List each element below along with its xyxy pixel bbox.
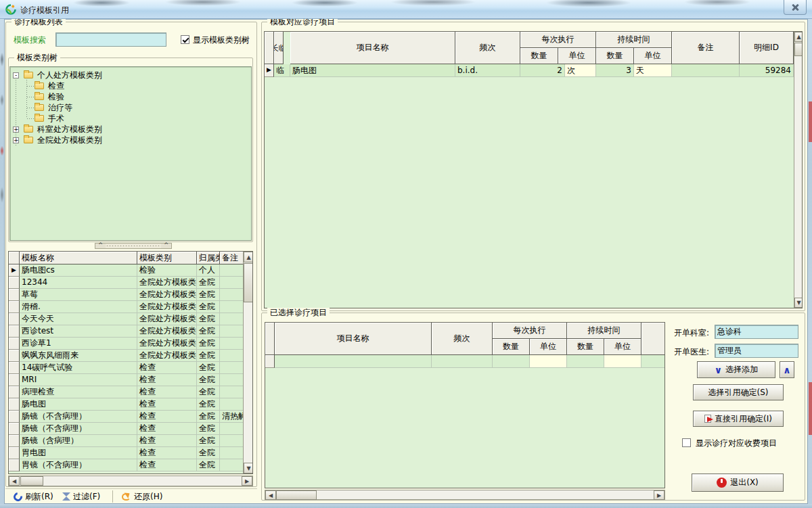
show-tree-checkbox[interactable]	[181, 35, 189, 44]
cell-name[interactable]: 滑稽.	[20, 301, 137, 313]
table-row[interactable]: 胃电图检查全院	[9, 447, 252, 459]
cell-note[interactable]	[220, 338, 243, 350]
cell-note[interactable]	[220, 459, 243, 471]
cell-frequency[interactable]: b.i.d.	[455, 64, 520, 77]
cell-cat[interactable]: 全院处方模板类	[137, 289, 197, 301]
tree-item[interactable]: 检查	[10, 80, 251, 91]
select-confirm-button[interactable]: 选择引用确定(S)	[693, 384, 784, 400]
scroll-down-icon[interactable]: ▼	[794, 298, 803, 308]
cell-name[interactable]: 肠电图cs	[20, 264, 137, 277]
table-row[interactable]: 飒飒东风细雨来全院处方模板类全院	[9, 350, 252, 362]
scroll-thumb[interactable]	[794, 43, 803, 56]
scroll-down-icon[interactable]: ▼	[244, 463, 253, 474]
table-row[interactable]: 肠镜（不含病理）检查全院	[9, 423, 252, 435]
header-frequency[interactable]: 频次	[455, 32, 520, 64]
cell-note[interactable]	[220, 398, 243, 411]
cell-note[interactable]	[220, 435, 243, 447]
cell-qty1[interactable]	[493, 355, 530, 368]
cell-cat[interactable]: 全院处方模板类	[137, 350, 197, 362]
cell-cat[interactable]: 全院处方模板类	[137, 325, 197, 338]
tree-item[interactable]: 治疗等	[10, 102, 251, 113]
cell-name[interactable]: 肠镜（不含病理）	[20, 423, 137, 435]
cell-owner[interactable]: 全院	[197, 325, 220, 338]
cell-qty1[interactable]: 2	[520, 64, 565, 77]
cell-note[interactable]	[220, 277, 243, 289]
cell-note[interactable]	[220, 386, 243, 398]
table-row[interactable]: 西诊test全院处方模板类全院	[9, 325, 252, 338]
cell-unit2[interactable]	[604, 355, 641, 368]
doctor-input[interactable]	[715, 344, 798, 358]
tree-item-label[interactable]: 科室处方模板类别	[37, 124, 102, 135]
cell-cat[interactable]: 全院处方模板类	[137, 338, 197, 350]
cell-name[interactable]: 胃电图	[20, 447, 137, 459]
expand-icon[interactable]: +	[13, 137, 19, 143]
scroll-left-icon[interactable]: ◀	[9, 476, 20, 486]
table-row[interactable]: 肠镜（不含病理）检查全院清热解	[9, 411, 252, 423]
header-qty[interactable]: 数量	[520, 48, 558, 64]
header-per-exec[interactable]: 每次执行	[493, 323, 567, 339]
table-row[interactable]: ▶肠电图cs检验个人	[9, 264, 252, 277]
cell-unit1[interactable]: 次	[565, 64, 596, 77]
cell-cat[interactable]: 全院处方模板类	[137, 301, 197, 313]
scroll-left-icon[interactable]: ◀	[265, 490, 276, 500]
splitter-expand-button[interactable]: ^	[161, 244, 171, 248]
cell-detail-id[interactable]: 59284	[740, 64, 794, 77]
cell-name[interactable]: 胃镜（不含病理）	[20, 459, 137, 471]
cell-note[interactable]	[220, 423, 243, 435]
cell-cat[interactable]: 检查	[137, 374, 197, 386]
cell-note[interactable]	[220, 350, 243, 362]
table-row[interactable]: 胃镜（不含病理）检查全院	[9, 459, 252, 471]
header-unit[interactable]: 单位	[604, 339, 641, 355]
cell-unit1[interactable]	[530, 355, 567, 368]
header-item-name[interactable]: 项目名称	[290, 32, 455, 64]
restore-button[interactable]: 还原(H)	[122, 490, 162, 503]
table-row[interactable]: 14碳呼气试验检查全院	[9, 362, 252, 374]
header-qty[interactable]: 数量	[493, 339, 530, 355]
header-note[interactable]: 备注	[672, 32, 740, 64]
header-owner[interactable]: 归属类	[197, 252, 220, 264]
tree-item[interactable]: +全院处方模板类别	[10, 135, 251, 145]
cell-qty2[interactable]	[567, 355, 604, 368]
cell-frequency[interactable]	[432, 355, 493, 368]
cell-name[interactable]: 14碳呼气试验	[20, 362, 137, 374]
cell-name[interactable]: MRI	[20, 374, 137, 386]
table-row[interactable]: 滑稽.全院处方模板类全院	[9, 301, 252, 313]
cell-owner[interactable]: 全院	[197, 398, 220, 411]
search-input[interactable]	[55, 32, 166, 47]
header-item-name[interactable]: 项目名称	[275, 323, 432, 355]
cell-owner[interactable]: 个人	[197, 264, 220, 277]
header-detail-id[interactable]: 明细ID	[740, 32, 794, 64]
header-unit[interactable]: 单位	[634, 48, 672, 64]
header-unit[interactable]: 单位	[530, 339, 567, 355]
cell-cat[interactable]: 全院处方模板类	[137, 277, 197, 289]
cell-note[interactable]	[220, 447, 243, 459]
tree-item-label[interactable]: 手术	[48, 113, 64, 124]
cell-note[interactable]	[220, 289, 243, 301]
template-tree[interactable]: -个人处方模板类别检查检验治疗等手术+科室处方模板类别+全院处方模板类别	[9, 66, 252, 241]
dept-input[interactable]	[715, 325, 798, 339]
title-bar[interactable]: 诊疗模板引用	[0, 0, 812, 19]
show-fee-checkbox[interactable]	[682, 438, 691, 447]
filter-button[interactable]: 过滤(F)	[62, 490, 100, 503]
close-button[interactable]	[784, 0, 807, 15]
table-row[interactable]: MRI检查全院	[9, 374, 252, 386]
cell-cat[interactable]: 检查	[137, 398, 197, 411]
expand-icon[interactable]: +	[13, 126, 19, 133]
cell-owner[interactable]: 全院	[197, 435, 220, 447]
tree-item[interactable]: -个人处方模板类别	[10, 70, 251, 80]
scroll-thumb[interactable]	[20, 476, 43, 486]
tree-item-label[interactable]: 检验	[48, 91, 64, 102]
cell-name[interactable]: 肠电图	[20, 398, 137, 411]
cell-name[interactable]: 西诊test	[20, 325, 137, 338]
cell-note[interactable]	[220, 301, 243, 313]
cell-item-name[interactable]	[275, 355, 432, 368]
cell-owner[interactable]: 全院	[197, 338, 220, 350]
header-per-exec[interactable]: 每次执行	[520, 32, 596, 48]
cell-owner[interactable]: 全院	[197, 313, 220, 325]
cell-name[interactable]: 病理检查	[20, 386, 137, 398]
template-table-vscrollbar[interactable]: ▲ ▼	[243, 252, 253, 474]
table-row[interactable]: 12344全院处方模板类全院	[9, 277, 252, 289]
cell-owner[interactable]: 全院	[197, 386, 220, 398]
cell-note[interactable]	[672, 64, 740, 77]
tree-item-label[interactable]: 治疗等	[48, 102, 72, 113]
